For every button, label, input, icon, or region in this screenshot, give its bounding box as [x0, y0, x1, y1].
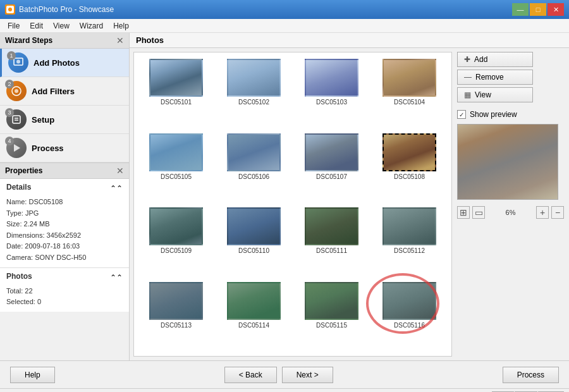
photos-expand-button[interactable]: ⌃⌃	[110, 273, 123, 282]
list-item[interactable]: DSC05112	[374, 207, 445, 276]
list-item[interactable]: DSC05110	[218, 207, 290, 276]
detail-camera: Camera: SONY DSC-H50	[6, 252, 123, 264]
window-controls: — □ ✕	[512, 3, 564, 16]
menu-view[interactable]: View	[48, 20, 75, 32]
menu-help[interactable]: Help	[108, 20, 134, 32]
list-item[interactable]: DSC05111	[296, 207, 367, 276]
step-number-3: 3	[5, 108, 14, 117]
show-preview-row: Show preview	[457, 110, 564, 119]
process-button[interactable]: Process	[503, 367, 559, 383]
zoom-in-icon[interactable]: +	[536, 206, 549, 219]
photo-thumbnail-highlighted[interactable]	[382, 282, 436, 320]
photo-thumbnail[interactable]	[149, 207, 203, 245]
list-item[interactable]: DSC05106	[218, 133, 290, 202]
photo-label: DSC05103	[316, 99, 347, 106]
detail-dimensions: Dimensions: 3456x2592	[6, 230, 123, 242]
content-area: Photos DSC05101 DSC05102 DSC05	[130, 33, 569, 360]
step-icon-1: 1	[8, 52, 28, 73]
list-item-highlighted[interactable]: DSC05116	[374, 282, 445, 350]
zoom-row: ⊞ ▭ 6% + −	[457, 206, 564, 219]
show-preview-checkbox[interactable]	[457, 110, 466, 119]
maximize-button[interactable]: □	[530, 3, 546, 16]
details-expand-button[interactable]: ⌃⌃	[110, 184, 123, 193]
minimize-button[interactable]: —	[512, 3, 529, 16]
wizard-step-setup[interactable]: 3 Setup	[0, 106, 129, 134]
step-icon-2: 2	[6, 81, 27, 101]
list-item[interactable]: DSC05103	[296, 59, 367, 127]
wizard-close-button[interactable]: ✕	[116, 35, 124, 46]
right-panel: ✚ Add — Remove ▦ View Show preview	[452, 48, 569, 360]
list-view-icon[interactable]: ▭	[472, 206, 485, 219]
properties-header: Properties ✕	[0, 163, 129, 179]
detail-name: Name: DSC05108	[6, 197, 123, 208]
wizard-step-process[interactable]: 4 Process	[0, 134, 129, 162]
photo-thumbnail[interactable]	[305, 282, 358, 320]
close-button[interactable]: ✕	[548, 3, 564, 16]
next-button[interactable]: Next >	[282, 367, 333, 383]
photo-label: DSC05107	[316, 173, 347, 180]
wizard-step-add-photos[interactable]: 1 Add Photos	[0, 49, 129, 77]
remove-icon: —	[464, 73, 472, 82]
photo-label: DSC05114	[238, 322, 269, 329]
photo-label: DSC05109	[161, 247, 192, 254]
details-section: Details ⌃⌃ Name: DSC05108 Type: JPG Size…	[0, 179, 129, 268]
properties-close-button[interactable]: ✕	[116, 166, 124, 176]
step-label-add-filters: Add Filters	[32, 87, 75, 96]
show-preview-label: Show preview	[470, 110, 517, 119]
zoom-out-icon[interactable]: −	[551, 206, 564, 219]
grid-view-icon[interactable]: ⊞	[457, 206, 470, 219]
add-button[interactable]: ✚ Add	[457, 52, 533, 67]
wizard-steps-header: Wizard Steps ✕	[0, 33, 129, 49]
photo-label: DSC05104	[394, 99, 425, 106]
list-item[interactable]: DSC05102	[218, 59, 290, 127]
photo-thumbnail[interactable]	[382, 59, 436, 97]
photo-label: DSC05101	[161, 99, 192, 106]
svg-marker-9	[14, 144, 20, 152]
photos-panel-header: Photos	[130, 33, 569, 48]
photo-thumbnail[interactable]	[305, 133, 358, 171]
back-button[interactable]: < Back	[224, 367, 277, 383]
step-number-1: 1	[7, 51, 16, 60]
preview-img-inner	[458, 125, 558, 199]
list-item[interactable]: DSC05109	[140, 207, 212, 276]
remove-button[interactable]: — Remove	[457, 70, 533, 85]
photo-thumbnail[interactable]	[305, 59, 358, 97]
menu-wizard[interactable]: Wizard	[75, 20, 108, 32]
photo-thumbnail[interactable]	[382, 207, 436, 245]
list-item[interactable]: DSC05107	[296, 133, 367, 202]
list-item[interactable]: DSC05105	[140, 133, 212, 202]
view-button[interactable]: ▦ View	[457, 87, 533, 102]
menu-file[interactable]: File	[3, 20, 25, 32]
photo-thumbnail[interactable]	[305, 207, 358, 245]
list-item[interactable]: DSC05104	[374, 59, 445, 127]
view-icon: ▦	[464, 90, 471, 99]
photo-label: DSC05115	[316, 322, 347, 329]
sidebar: Wizard Steps ✕ 1 Add Photos 2 Add Filter…	[0, 33, 130, 360]
step-icon-4: 4	[6, 138, 27, 158]
list-item[interactable]: DSC05108	[374, 133, 445, 202]
wizard-step-add-filters[interactable]: 2 Add Filters	[0, 77, 129, 106]
photo-thumbnail-selected[interactable]	[382, 133, 436, 171]
photo-label: DSC05112	[394, 247, 425, 254]
menu-bar: File Edit View Wizard Help	[0, 19, 569, 33]
photo-thumbnail[interactable]	[227, 207, 281, 245]
photo-label: DSC05105	[161, 173, 192, 180]
photo-thumbnail[interactable]	[227, 59, 281, 97]
bottom-bar: Help < Back Next > Process	[0, 360, 569, 388]
photo-thumbnail[interactable]	[149, 133, 203, 171]
svg-point-1	[8, 8, 12, 11]
photos-stats-section: Photos ⌃⌃ Total: 22 Selected: 0	[0, 268, 129, 312]
menu-edit[interactable]: Edit	[25, 20, 48, 32]
photo-thumbnail[interactable]	[149, 59, 203, 97]
photo-label: DSC05108	[394, 173, 425, 180]
step-number-4: 4	[5, 137, 14, 145]
help-button[interactable]: Help	[10, 367, 55, 383]
photos-selected: Selected: 0	[6, 297, 123, 308]
list-item[interactable]: DSC05101	[140, 59, 212, 127]
list-item[interactable]: DSC05115	[296, 282, 367, 350]
list-item[interactable]: DSC05113	[140, 282, 212, 350]
photo-thumbnail[interactable]	[149, 282, 203, 320]
photo-thumbnail[interactable]	[227, 282, 281, 320]
photo-thumbnail[interactable]	[227, 133, 281, 171]
list-item[interactable]: DSC05114	[218, 282, 290, 350]
